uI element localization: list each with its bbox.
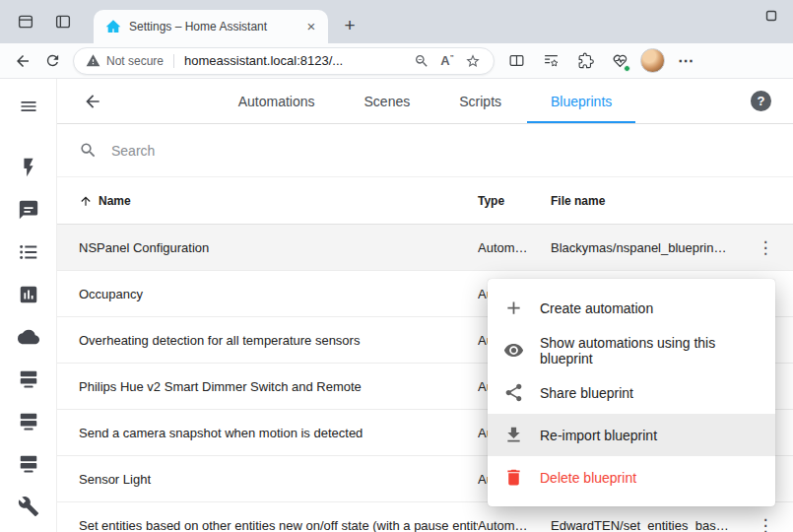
list-icon	[18, 241, 39, 263]
sort-ascending-icon	[79, 194, 93, 208]
sidebar-item-integration-3[interactable]	[0, 442, 56, 485]
browser-titlebar: Settings – Home Assistant × +	[0, 0, 793, 43]
tab-title: Settings – Home Assistant	[129, 20, 302, 33]
row-name: Occupancy	[57, 287, 478, 301]
chart-icon	[18, 284, 39, 305]
row-name: Set entities based on other entities new…	[57, 518, 478, 532]
address-divider	[173, 54, 174, 68]
tab-automations[interactable]: Automations	[215, 79, 339, 123]
eye-icon	[503, 340, 524, 361]
refresh-button[interactable]	[37, 46, 67, 76]
menu-item-delete-blueprint[interactable]: Delete blueprint	[488, 456, 775, 499]
table-row[interactable]: Set entities based on other entities new…	[57, 502, 793, 532]
page-back-button[interactable]	[75, 84, 110, 119]
split-screen-icon[interactable]	[502, 46, 530, 76]
text-size-icon[interactable]: A”	[434, 48, 460, 74]
search-bar	[57, 124, 793, 177]
menu-item-show-automations[interactable]: Show automations using this blueprint	[488, 329, 775, 371]
row-file: EdwardTEN/set_entities_bas…	[551, 518, 738, 532]
sidebar-item-cloud[interactable]	[0, 315, 56, 358]
row-menu-icon[interactable]: ⋮	[752, 511, 779, 532]
tab-actions-icon[interactable]	[49, 8, 77, 35]
favorite-star-icon[interactable]	[460, 48, 486, 74]
table-row[interactable]: NSPanel Configuration Autom… Blackymas/n…	[57, 225, 793, 271]
address-bar[interactable]: Not secure homeassistant.local:8123/... …	[73, 47, 495, 75]
menu-item-create-automation[interactable]: Create automation	[488, 287, 775, 329]
back-button[interactable]	[8, 46, 37, 76]
row-menu-icon[interactable]: ⋮	[752, 233, 779, 261]
new-tab-button[interactable]: +	[337, 13, 363, 38]
address-url: homeassistant.local:8123/...	[184, 53, 409, 68]
sidebar-menu-button[interactable]	[19, 93, 38, 120]
sidebar-item-integration-1[interactable]	[0, 358, 56, 400]
workspaces-icon[interactable]	[12, 8, 39, 35]
wrench-icon	[18, 496, 39, 517]
profile-avatar[interactable]	[640, 48, 665, 73]
server-icon	[18, 411, 39, 432]
security-label: Not secure	[106, 54, 164, 68]
column-header-file[interactable]: File name	[551, 194, 738, 208]
row-type: Autom…	[478, 240, 551, 255]
browser-navbar: Not secure homeassistant.local:8123/... …	[0, 43, 793, 79]
home-assistant-favicon	[105, 19, 121, 34]
extensions-icon[interactable]	[571, 46, 599, 76]
help-icon[interactable]: ?	[751, 91, 771, 111]
tab-scripts[interactable]: Scripts	[435, 79, 525, 123]
server-icon	[18, 368, 39, 390]
server-icon	[18, 453, 39, 475]
row-name: Overheating detection for all temperatur…	[57, 333, 478, 348]
blueprint-context-menu: Create automation Show automations using…	[488, 279, 775, 506]
cloud-icon	[18, 326, 39, 348]
maximize-window-icon[interactable]	[765, 10, 777, 22]
row-name: Philips Hue v2 Smart Dimmer Switch and R…	[57, 379, 478, 394]
browser-essentials-icon[interactable]	[606, 46, 633, 76]
row-name: Sensor Light	[57, 472, 478, 487]
sidebar-item-logbook[interactable]	[0, 188, 56, 231]
chat-icon	[18, 199, 39, 221]
row-type: Autom…	[478, 518, 551, 532]
column-header-type[interactable]: Type	[478, 194, 551, 208]
search-input[interactable]	[109, 142, 771, 160]
sidebar	[0, 79, 57, 532]
row-file: Blackymas/nspanel_blueprin…	[551, 240, 738, 255]
search-icon	[79, 141, 98, 160]
favorites-icon[interactable]	[537, 46, 564, 76]
sidebar-item-todo[interactable]	[0, 231, 56, 273]
tab-scenes[interactable]: Scenes	[341, 79, 434, 123]
tab-blueprints[interactable]: Blueprints	[527, 79, 635, 123]
flash-icon	[18, 157, 39, 178]
sidebar-item-integration-2[interactable]	[0, 400, 56, 442]
essentials-status-dot	[624, 65, 630, 72]
import-icon	[503, 425, 524, 445]
sidebar-item-developer-tools[interactable]	[0, 485, 56, 527]
warning-icon	[86, 53, 100, 68]
sidebar-item-history[interactable]	[0, 273, 56, 315]
sidebar-item-energy[interactable]	[0, 146, 56, 188]
share-icon	[503, 382, 524, 403]
tab-close-icon[interactable]: ×	[302, 18, 320, 35]
page-header: Automations Scenes Scripts Blueprints ?	[57, 79, 793, 124]
menu-item-reimport-blueprint[interactable]: Re-import blueprint	[488, 414, 775, 456]
page-tabs: Automations Scenes Scripts Blueprints	[57, 79, 793, 123]
security-status: Not secure	[86, 53, 164, 68]
row-name: Send a camera snapshot when motion is de…	[57, 426, 478, 440]
zoom-out-icon[interactable]	[409, 48, 434, 74]
plus-icon	[503, 298, 524, 318]
more-menu-icon[interactable]: ⋯	[672, 46, 699, 76]
column-header-name[interactable]: Name	[57, 194, 478, 208]
table-header: Name Type File name	[57, 177, 793, 225]
browser-window: Settings – Home Assistant × + Not secure…	[0, 0, 793, 532]
menu-item-share-blueprint[interactable]: Share blueprint	[488, 371, 775, 414]
browser-tab[interactable]: Settings – Home Assistant ×	[94, 10, 328, 43]
delete-icon	[503, 467, 524, 488]
row-name: NSPanel Configuration	[57, 240, 478, 255]
